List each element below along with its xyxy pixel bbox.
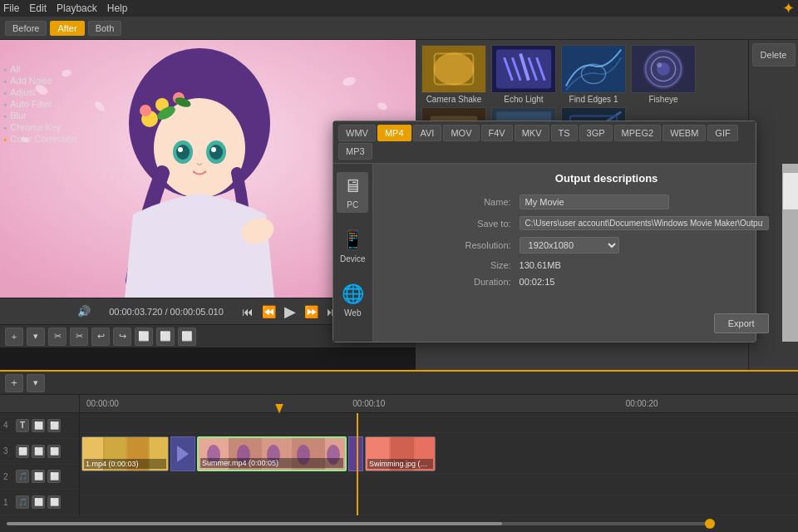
- effect-echo-light[interactable]: Echo Light: [490, 45, 557, 104]
- format-ts[interactable]: TS: [551, 125, 578, 141]
- scroll-fill: [7, 522, 502, 525]
- effect-thumb-echo-light: [491, 45, 556, 93]
- track-1-btn2[interactable]: ⬜: [32, 495, 45, 509]
- menu-file[interactable]: File: [3, 2, 19, 14]
- redo-button[interactable]: ↪: [113, 328, 131, 346]
- play-button[interactable]: ▶: [284, 303, 296, 321]
- track-3-btn1[interactable]: ⬜: [16, 445, 29, 458]
- track-3-content: 1.mp4 (0:00:03): [80, 433, 798, 475]
- timeline: + ▾ 00:00:00 00:00:10 00:00:20 4: [0, 370, 798, 532]
- track-3-btn3[interactable]: ⬜: [47, 445, 61, 458]
- device-mobile[interactable]: 📱 Device: [333, 226, 372, 267]
- menu-help[interactable]: Help: [107, 2, 128, 14]
- tool-7[interactable]: ⬜: [178, 328, 196, 346]
- scroll-track[interactable]: [7, 522, 715, 525]
- resolution-row: Resolution: 1920x1080 1280x720: [445, 237, 769, 254]
- track-3-btn2[interactable]: ⬜: [32, 445, 45, 458]
- effect-label-find-edges: Find Edges 1: [569, 95, 618, 104]
- filter-adjust[interactable]: Adjust: [3, 86, 76, 98]
- clip-1[interactable]: 1.mp4 (0:00:03): [81, 436, 169, 471]
- effect-fisheye[interactable]: Fisheye: [630, 45, 697, 104]
- track-1-btn1[interactable]: 🎵: [16, 495, 29, 509]
- fast-forward-button[interactable]: ⏩: [304, 305, 318, 318]
- skip-to-start-button[interactable]: ⏮: [242, 305, 254, 318]
- transition-1[interactable]: [170, 436, 195, 471]
- saveto-label: Save to:: [445, 219, 511, 229]
- tab-after[interactable]: After: [50, 21, 84, 36]
- effect-label-fisheye: Fisheye: [648, 95, 677, 104]
- time-mark-10: 00:00:10: [352, 399, 385, 408]
- dropdown-button[interactable]: ▾: [27, 328, 45, 346]
- filter-chromakey[interactable]: Chroma Key: [3, 121, 76, 133]
- effect-find-edges[interactable]: Find Edges 1: [560, 45, 627, 104]
- format-mov[interactable]: MOV: [443, 125, 479, 141]
- track-2-btn1[interactable]: 🎵: [16, 470, 29, 483]
- time-mark-0: 00:00:00: [86, 399, 119, 408]
- add-tool-button[interactable]: +: [5, 328, 23, 346]
- cut-button[interactable]: ✂: [48, 328, 66, 346]
- format-f4v[interactable]: F4V: [481, 125, 513, 141]
- rewind-button[interactable]: ⏪: [262, 305, 276, 318]
- name-label: Name:: [445, 197, 511, 207]
- track-4-content: [80, 413, 798, 433]
- effect-camera-shake[interactable]: Camera Shake: [421, 45, 487, 104]
- menu-playback[interactable]: Playback: [57, 2, 97, 14]
- name-input[interactable]: [520, 195, 669, 209]
- track-2-btn2[interactable]: ⬜: [32, 470, 45, 483]
- filter-addnoise[interactable]: Add Noise: [3, 75, 76, 86]
- filter-blur[interactable]: Blur: [3, 110, 76, 121]
- menu-edit[interactable]: Edit: [29, 2, 47, 14]
- timeline-dropdown[interactable]: ▾: [27, 374, 45, 392]
- format-avi[interactable]: AVI: [413, 125, 442, 141]
- scroll-knob[interactable]: [705, 519, 715, 529]
- format-3gp[interactable]: 3GP: [579, 125, 613, 141]
- filter-colorcorrection[interactable]: Color Correction: [3, 133, 76, 145]
- transition-2[interactable]: [348, 436, 363, 471]
- track-2-content: [80, 475, 798, 495]
- timeline-add-button[interactable]: +: [5, 374, 23, 392]
- track-2-btn3[interactable]: ⬜: [47, 470, 61, 483]
- format-mp3[interactable]: MP3: [338, 143, 372, 160]
- cut2-button[interactable]: ✂: [70, 328, 88, 346]
- svg-point-11: [176, 145, 190, 160]
- export-button[interactable]: Export: [714, 313, 769, 333]
- menu-bar: File Edit Playback Help ✦: [0, 0, 798, 17]
- saveto-input[interactable]: [520, 216, 769, 230]
- resolution-select[interactable]: 1920x1080 1280x720: [520, 237, 619, 254]
- paper-area: [782, 164, 798, 342]
- filter-autofilter[interactable]: Auto Filter: [3, 98, 76, 110]
- format-mp4[interactable]: MP4: [377, 125, 411, 141]
- web-label: Web: [344, 308, 361, 318]
- track-1-btn3[interactable]: ⬜: [47, 495, 61, 509]
- track-4-text-icon[interactable]: T: [16, 419, 29, 432]
- effect-thumb-fisheye: [631, 45, 696, 93]
- filter-all[interactable]: All: [3, 63, 76, 75]
- format-webm[interactable]: WEBM: [663, 125, 706, 141]
- time-ruler: 00:00:00 00:00:10 00:00:20: [0, 395, 798, 413]
- size-row: Size: 130.61MB: [445, 260, 769, 270]
- tool-5[interactable]: ⬜: [135, 328, 153, 346]
- device-web[interactable]: 🌐 Web: [335, 280, 371, 321]
- track-label-3: 3 ⬜ ⬜ ⬜: [0, 439, 79, 465]
- volume-slider-row: [0, 515, 798, 532]
- track-4-btn2[interactable]: ⬜: [32, 419, 45, 432]
- device-selector: 🖥 PC 📱 Device 🌐 Web: [333, 164, 373, 342]
- effect-label-camera-shake: Camera Shake: [426, 95, 482, 104]
- track-4-btn3[interactable]: ⬜: [47, 419, 61, 432]
- web-icon: 🌐: [342, 283, 364, 305]
- format-gif[interactable]: GIF: [707, 125, 737, 141]
- clip-summer[interactable]: Summer.mp4 (0:00:05): [197, 436, 347, 471]
- playhead-line: [357, 413, 358, 515]
- device-pc[interactable]: 🖥 PC: [337, 172, 368, 213]
- delete-button[interactable]: Delete: [752, 43, 796, 66]
- tool-6[interactable]: ⬜: [156, 328, 175, 346]
- format-mkv[interactable]: MKV: [515, 125, 549, 141]
- format-mpeg2[interactable]: MPEG2: [614, 125, 662, 141]
- format-wmv[interactable]: WMV: [338, 125, 376, 141]
- tab-both[interactable]: Both: [88, 21, 122, 36]
- clip-swimming[interactable]: Swimming.jpg (0:...: [365, 436, 436, 471]
- undo-button[interactable]: ↩: [91, 328, 110, 346]
- tab-before[interactable]: Before: [5, 21, 47, 36]
- top-toolbar: Before After Both: [0, 17, 798, 40]
- duration-label: Duration:: [445, 277, 511, 287]
